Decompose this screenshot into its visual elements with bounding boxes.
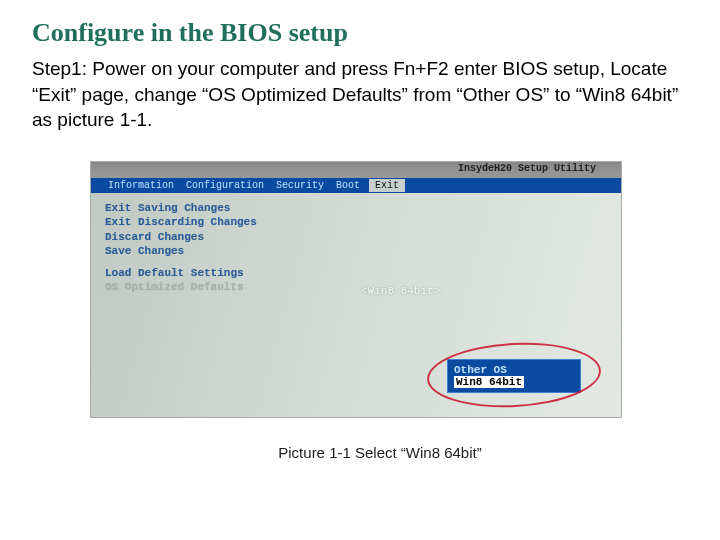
os-optimized-popup: Other OS Win8 64bit	[447, 359, 581, 393]
menu-exit-saving[interactable]: Exit Saving Changes	[105, 201, 621, 215]
tab-exit[interactable]: Exit	[369, 179, 405, 192]
menu-save[interactable]: Save Changes	[105, 244, 621, 258]
figure-caption: Picture 1-1 Select “Win8 64bit”	[40, 444, 720, 461]
popup-option-win8-64bit[interactable]: Win8 64bit	[454, 376, 524, 388]
step1-instruction: Step1: Power on your computer and press …	[32, 56, 692, 133]
bios-utility-title: InsydeH20 Setup Utility	[458, 163, 596, 174]
menu-discard[interactable]: Discard Changes	[105, 230, 621, 244]
bios-body: Exit Saving Changes Exit Discarding Chan…	[91, 193, 621, 417]
popup-option-other-os[interactable]: Other OS	[454, 364, 574, 376]
bios-screenshot: InsydeH20 Setup Utility Information Conf…	[90, 161, 622, 418]
bios-menubar: Information Configuration Security Boot …	[91, 178, 621, 193]
tab-security[interactable]: Security	[273, 180, 327, 191]
menu-load-defaults[interactable]: Load Default Settings	[105, 266, 621, 280]
bios-exit-menu: Exit Saving Changes Exit Discarding Chan…	[91, 193, 621, 295]
page-heading: Configure in the BIOS setup	[32, 18, 720, 48]
menu-exit-discarding[interactable]: Exit Discarding Changes	[105, 215, 621, 229]
tab-configuration[interactable]: Configuration	[183, 180, 267, 191]
bios-titlebar: InsydeH20 Setup Utility	[91, 162, 621, 179]
tab-boot[interactable]: Boot	[333, 180, 363, 191]
os-optimized-value: <Win8 64bit>	[361, 285, 440, 297]
tab-information[interactable]: Information	[105, 180, 177, 191]
